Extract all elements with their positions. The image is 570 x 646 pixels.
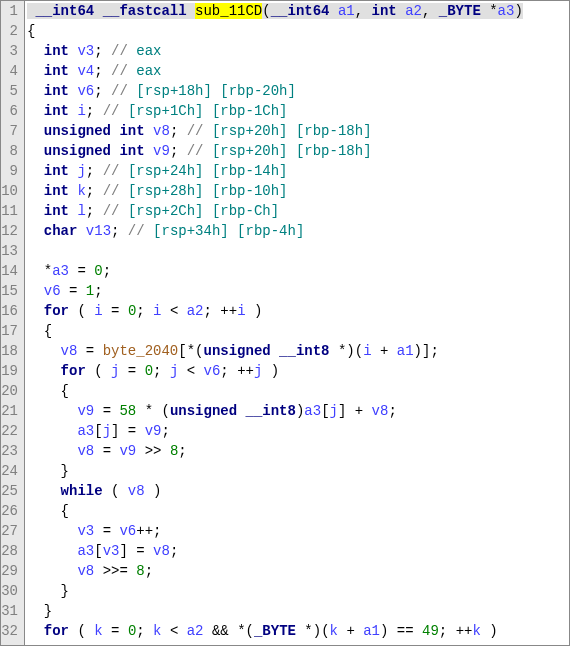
code-token: a2 [187, 623, 204, 639]
code-token [27, 383, 61, 399]
code-token [27, 443, 77, 459]
code-token: == [388, 623, 422, 639]
code-line[interactable]: { [27, 501, 569, 521]
code-token [94, 3, 102, 19]
code-token [27, 323, 44, 339]
line-number: 20 [1, 381, 20, 401]
line-number: 16 [1, 301, 20, 321]
line-number: 13 [1, 241, 20, 261]
code-line[interactable]: { [27, 381, 569, 401]
code-token: v6 [119, 523, 136, 539]
code-line[interactable]: while ( v8 ) [27, 481, 569, 501]
code-token [27, 83, 44, 99]
code-token: a3 [498, 3, 515, 19]
code-token: a3 [77, 423, 94, 439]
code-token: 0 [145, 363, 153, 379]
code-line[interactable]: int v3; // eax [27, 41, 569, 61]
code-token: v6 [44, 283, 61, 299]
code-token [27, 523, 77, 539]
code-token: i [237, 303, 245, 319]
code-line[interactable]: for ( k = 0; k < a2 && *(_BYTE *)(k + a1… [27, 621, 569, 641]
code-token: a2 [405, 3, 422, 19]
code-line[interactable]: { [27, 321, 569, 341]
code-line[interactable]: __int64 __fastcall sub_11CD(__int64 a1, … [27, 1, 569, 21]
line-number: 27 [1, 521, 20, 541]
code-token: while [61, 483, 103, 499]
code-line[interactable]: v8 >>= 8; [27, 561, 569, 581]
code-token [27, 43, 44, 59]
code-line[interactable]: v8 = v9 >> 8; [27, 441, 569, 461]
code-token: __int8 [246, 403, 296, 419]
code-token: ; [388, 403, 396, 419]
code-token: [*( [178, 343, 203, 359]
code-token [27, 123, 44, 139]
code-token: v9 [145, 423, 162, 439]
code-token: { [61, 503, 69, 519]
code-token: ; [170, 123, 187, 139]
code-token: [ [321, 403, 329, 419]
code-line[interactable]: } [27, 601, 569, 621]
code-token [145, 143, 153, 159]
code-line[interactable]: int v4; // eax [27, 61, 569, 81]
code-line[interactable]: int l; // [rsp+2Ch] [rbp-Ch] [27, 201, 569, 221]
code-token: ( [77, 303, 94, 319]
code-token: _BYTE [439, 3, 481, 19]
code-line[interactable]: } [27, 461, 569, 481]
code-line[interactable]: for ( i = 0; i < a2; ++i ) [27, 301, 569, 321]
code-line[interactable]: v8 = byte_2040[*(unsigned __int8 *)(i + … [27, 341, 569, 361]
code-token: ; [86, 103, 103, 119]
code-token: __int64 [35, 3, 94, 19]
code-editor[interactable]: 1234567891011121314151617181920212223242… [0, 0, 570, 646]
code-line[interactable]: a3[j] = v9; [27, 421, 569, 441]
code-token: 0 [94, 263, 102, 279]
code-token: [rsp+24h] [rbp-14h] [128, 163, 288, 179]
code-line[interactable]: int k; // [rsp+28h] [rbp-10h] [27, 181, 569, 201]
code-line[interactable]: a3[v3] = v8; [27, 541, 569, 561]
code-token [27, 583, 61, 599]
code-token: [rsp+2Ch] [rbp-Ch] [128, 203, 279, 219]
code-token: // [187, 123, 212, 139]
code-token: )( [346, 343, 363, 359]
code-token: // [103, 203, 128, 219]
code-token: < [162, 303, 187, 319]
code-area[interactable]: __int64 __fastcall sub_11CD(__int64 a1, … [25, 1, 569, 645]
code-token: eax [136, 43, 161, 59]
code-token: < [162, 623, 187, 639]
code-line[interactable]: unsigned int v9; // [rsp+20h] [rbp-18h] [27, 141, 569, 161]
code-token: { [61, 383, 69, 399]
code-token [27, 543, 77, 559]
code-token: // [187, 143, 212, 159]
code-token: v8 [77, 443, 94, 459]
code-line[interactable]: v6 = 1; [27, 281, 569, 301]
code-line[interactable]: int v6; // [rsp+18h] [rbp-20h] [27, 81, 569, 101]
code-token: ; [86, 163, 103, 179]
code-token: } [61, 583, 69, 599]
code-line[interactable]: char v13; // [rsp+34h] [rbp-4h] [27, 221, 569, 241]
code-token: a3 [52, 263, 69, 279]
code-token: k [472, 623, 480, 639]
code-token [27, 283, 44, 299]
code-token: , [422, 3, 439, 19]
code-token: + [372, 343, 397, 359]
code-token: sub_1 [195, 3, 237, 19]
code-line[interactable]: int j; // [rsp+24h] [rbp-14h] [27, 161, 569, 181]
code-token: ; [145, 563, 153, 579]
code-line[interactable]: v3 = v6++; [27, 521, 569, 541]
code-token: ; [136, 303, 153, 319]
line-number: 5 [1, 81, 20, 101]
line-number: 15 [1, 281, 20, 301]
code-token [27, 103, 44, 119]
code-line[interactable]: int i; // [rsp+1Ch] [rbp-1Ch] [27, 101, 569, 121]
code-token: [ [94, 423, 102, 439]
code-line[interactable]: } [27, 581, 569, 601]
code-line[interactable] [27, 241, 569, 261]
code-line[interactable]: { [27, 21, 569, 41]
code-line[interactable]: for ( j = 0; j < v6; ++j ) [27, 361, 569, 381]
code-line[interactable]: unsigned int v8; // [rsp+20h] [rbp-18h] [27, 121, 569, 141]
code-line[interactable]: v9 = 58 * (unsigned __int8)a3[j] + v8; [27, 401, 569, 421]
line-number: 25 [1, 481, 20, 501]
code-token: v9 [153, 143, 170, 159]
line-number-gutter: 1234567891011121314151617181920212223242… [1, 1, 25, 645]
code-line[interactable]: *a3 = 0; [27, 261, 569, 281]
code-token: ; [161, 423, 169, 439]
